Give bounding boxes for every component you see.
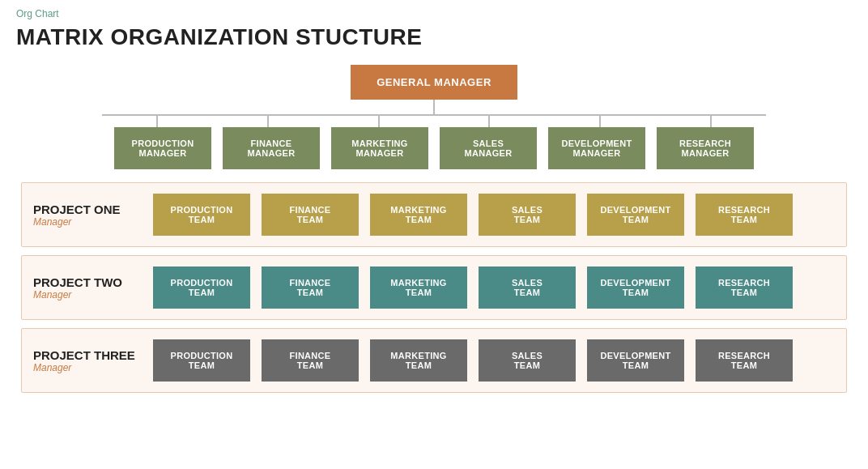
p1-sales-team: SALESTEAM	[479, 194, 576, 236]
p2-development-team: DEVELOPMENTTEAM	[587, 266, 684, 309]
manager-drop-lines	[102, 116, 766, 127]
development-manager-box: DEVELOPMENTMANAGER	[548, 127, 645, 169]
p1-development-team: DEVELOPMENTTEAM	[587, 194, 684, 236]
p2-marketing-team: MARKETINGTEAM	[370, 266, 467, 309]
manager-col-sales: SALESMANAGER	[440, 127, 537, 169]
project-two-manager: Manager	[33, 289, 140, 301]
projects-area: PROJECT ONE Manager PRODUCTIONTEAM FINAN…	[21, 182, 847, 393]
p1-research-team: RESEARCHTEAM	[696, 194, 793, 236]
p2-production-team: PRODUCTIONTEAM	[153, 266, 250, 309]
p1-production-team: PRODUCTIONTEAM	[153, 194, 250, 236]
project-one-label: PROJECT ONE Manager	[33, 203, 153, 228]
drop-line-1	[156, 116, 158, 127]
project-three-name: PROJECT THREE	[33, 348, 140, 362]
project-two-name: PROJECT TWO	[33, 275, 140, 289]
marketing-manager-box: MARKETINGMANAGER	[331, 127, 428, 169]
gm-v-connector	[433, 100, 435, 114]
p3-marketing-team: MARKETINGTEAM	[370, 339, 467, 382]
manager-col-marketing: MARKETINGMANAGER	[331, 127, 428, 169]
p3-production-team: PRODUCTIONTEAM	[153, 339, 250, 382]
breadcrumb: Org Chart	[16, 8, 852, 19]
project-three-manager: Manager	[33, 362, 140, 373]
general-manager-box: GENERAL MANAGER	[351, 65, 517, 100]
drop-line-5	[599, 116, 601, 127]
project-one-teams: PRODUCTIONTEAM FINANCETEAM MARKETINGTEAM…	[153, 194, 835, 236]
project-one-row: PROJECT ONE Manager PRODUCTIONTEAM FINAN…	[21, 182, 847, 247]
project-two-teams: PRODUCTIONTEAM FINANCETEAM MARKETINGTEAM…	[153, 266, 835, 309]
manager-col-finance: FINANCEMANAGER	[223, 127, 320, 169]
page-title: MATRIX ORGANIZATION STUCTURE	[16, 24, 852, 50]
drop-line-2	[267, 116, 269, 127]
project-three-teams: PRODUCTIONTEAM FINANCETEAM MARKETINGTEAM…	[153, 339, 835, 382]
p2-research-team: RESEARCHTEAM	[696, 266, 793, 309]
p2-sales-team: SALESTEAM	[479, 266, 576, 309]
p2-finance-team: FINANCETEAM	[262, 266, 359, 309]
managers-row: PRODUCTIONMANAGER FINANCEMANAGER MARKETI…	[16, 127, 852, 169]
project-two-label: PROJECT TWO Manager	[33, 275, 153, 301]
p1-marketing-team: MARKETINGTEAM	[370, 194, 467, 236]
p3-sales-team: SALESTEAM	[479, 339, 576, 382]
drop-line-6	[710, 116, 712, 127]
manager-col-development: DEVELOPMENTMANAGER	[548, 127, 645, 169]
drop-line-4	[488, 116, 490, 127]
p3-development-team: DEVELOPMENTTEAM	[587, 339, 684, 382]
project-two-row: PROJECT TWO Manager PRODUCTIONTEAM FINAN…	[21, 255, 847, 320]
project-one-name: PROJECT ONE	[33, 203, 140, 216]
production-manager-box: PRODUCTIONMANAGER	[114, 127, 211, 169]
p3-research-team: RESEARCHTEAM	[696, 339, 793, 382]
drop-line-3	[378, 116, 380, 127]
project-three-row: PROJECT THREE Manager PRODUCTIONTEAM FIN…	[21, 328, 847, 393]
manager-col-production: PRODUCTIONMANAGER	[114, 127, 211, 169]
p3-finance-team: FINANCETEAM	[262, 339, 359, 382]
org-chart: GENERAL MANAGER PRODUCTIONMANAGER FINANC…	[16, 65, 852, 393]
sales-manager-box: SALESMANAGER	[440, 127, 537, 169]
research-manager-box: RESEARCHMANAGER	[657, 127, 754, 169]
project-one-manager: Manager	[33, 216, 140, 228]
finance-manager-box: FINANCEMANAGER	[223, 127, 320, 169]
p1-finance-team: FINANCETEAM	[262, 194, 359, 236]
manager-col-research: RESEARCHMANAGER	[657, 127, 754, 169]
project-three-label: PROJECT THREE Manager	[33, 348, 153, 373]
